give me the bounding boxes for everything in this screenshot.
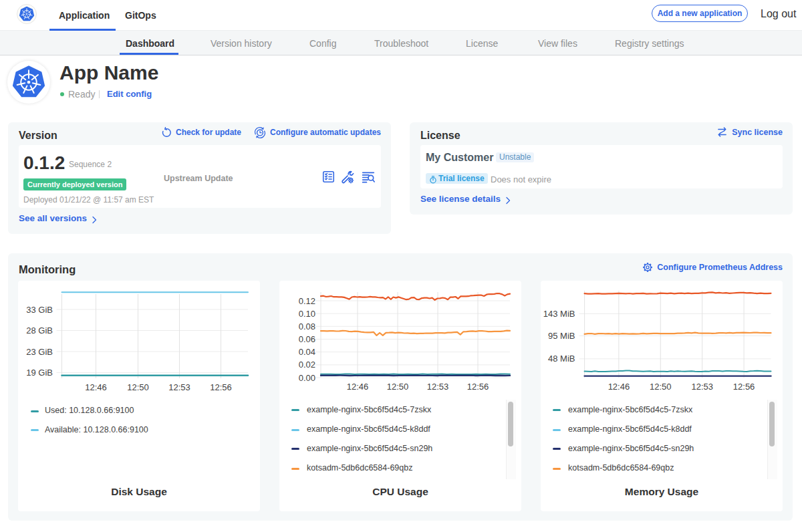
svg-text:12:46: 12:46 [85, 382, 107, 392]
svg-text:28 GiB: 28 GiB [26, 325, 53, 336]
svg-text:12:46: 12:46 [347, 382, 369, 392]
svg-text:12:56: 12:56 [210, 382, 232, 392]
svg-text:0.08: 0.08 [299, 321, 315, 331]
svg-text:23 GiB: 23 GiB [26, 347, 53, 357]
svg-text:143 MiB: 143 MiB [543, 309, 575, 319]
svg-text:19 GiB: 19 GiB [26, 368, 53, 378]
svg-text:0.00: 0.00 [299, 373, 315, 383]
svg-text:12:50: 12:50 [650, 382, 672, 392]
svg-text:0.12: 0.12 [299, 296, 315, 306]
svg-text:48 MiB: 48 MiB [548, 354, 575, 364]
svg-text:12:46: 12:46 [608, 382, 630, 392]
svg-text:95 MiB: 95 MiB [548, 331, 575, 341]
svg-text:0.04: 0.04 [299, 347, 315, 357]
svg-text:12:50: 12:50 [387, 382, 409, 392]
svg-text:12:53: 12:53 [168, 382, 190, 392]
svg-text:0.06: 0.06 [299, 334, 315, 344]
svg-text:0.02: 0.02 [299, 360, 315, 370]
svg-text:12:56: 12:56 [467, 382, 489, 392]
svg-text:12:53: 12:53 [691, 382, 713, 392]
svg-text:12:56: 12:56 [733, 382, 755, 392]
svg-text:0.10: 0.10 [299, 309, 315, 319]
svg-text:12:53: 12:53 [427, 382, 449, 392]
svg-text:33 GiB: 33 GiB [26, 305, 53, 315]
svg-text:12:50: 12:50 [127, 382, 149, 392]
